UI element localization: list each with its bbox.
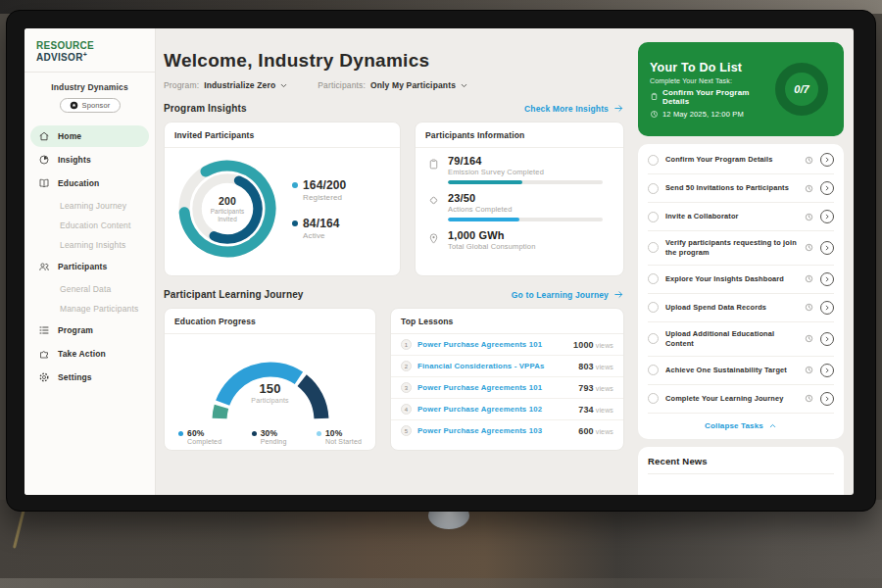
task-open-button[interactable] [820,392,834,406]
task-open-button[interactable] [820,301,834,315]
chevron-down-icon [279,81,288,90]
sidebar: RESOURCE ADVISOR+ Industry Dynamics Spon… [24,28,156,495]
insights-icon [38,154,50,166]
sidebar-item-participants[interactable]: Participants [30,256,149,277]
recent-news-card: Recent News [638,447,844,495]
legend-label: Not Started [325,438,362,445]
task-checkbox[interactable] [648,365,659,375]
task-checkbox[interactable] [648,393,659,404]
lesson-title-link[interactable]: Power Purchase Agreements 101 [417,340,567,349]
legend-dot [178,431,183,436]
education-icon [38,177,50,189]
legend-value: 164/200 [303,178,346,192]
task-label: Upload Spend Data Records [665,303,798,313]
clock-icon [805,394,813,403]
logo-plus: + [83,51,87,58]
pin-icon [427,229,440,251]
sidebar-item-program[interactable]: Program [30,319,149,341]
lesson-rank: 4 [401,404,412,415]
sidebar-item-insights[interactable]: Insights [30,149,149,171]
task-checkbox[interactable] [648,183,659,194]
invited-participants-donut-chart: 200 Participants Invited [172,154,282,264]
lesson-title-link[interactable]: Power Purchase Agreements 102 [417,405,572,414]
legend-percent: 60% [187,428,204,438]
sidebar-item-general-data[interactable]: General Data [30,279,149,298]
sidebar-item-home[interactable]: Home [30,125,149,147]
sidebar-item-learning-insights[interactable]: Learning Insights [30,235,149,254]
stat-progress-bar [448,218,603,221]
program-filter-select[interactable]: Industrialize Zero [204,80,288,90]
lesson-rank: 2 [401,361,412,371]
task-checkbox[interactable] [648,333,659,344]
sidebar-item-education[interactable]: Education [30,172,149,194]
sidebar-item-education-content[interactable]: Education Content [30,216,149,234]
recent-news-title: Recent News [648,456,834,474]
sidebar-item-take-action[interactable]: Take Action [30,343,149,365]
task-checkbox[interactable] [648,302,659,313]
lesson-title-link[interactable]: Financial Considerations - VPPAs [417,362,572,370]
lesson-views-suffix: views [596,364,613,370]
chevron-up-icon [768,421,777,430]
legend-label: Active [303,231,346,240]
task-checkbox[interactable] [648,155,659,166]
task-checkbox[interactable] [648,242,659,253]
task-row-verify-participants-requesting-to-join-the-program: Verify participants requesting to join t… [648,231,834,266]
clock-icon [805,303,813,312]
check-more-insights-label: Check More Insights [524,104,609,114]
education-progress-gauge-chart: 150 Participants [187,338,354,426]
legend-percent: 10% [325,428,342,438]
organization-name: Industry Dynamics [24,82,155,92]
lesson-views: 803 [578,362,593,371]
check-more-insights-link[interactable]: Check More Insights [524,103,624,114]
program-filter-value: Industrialize Zero [204,80,275,90]
sidebar-item-label: Learning Journey [60,201,126,211]
todo-summary-card: Your To Do List Complete Your Next Task:… [638,42,844,136]
sponsor-label: Sponsor [82,101,111,110]
task-open-button[interactable] [820,241,834,255]
sidebar-item-learning-journey[interactable]: Learning Journey [30,196,149,215]
participants-stats: 79/164Emission Survey Completed23/50Acti… [416,148,623,266]
task-open-button[interactable] [820,272,834,286]
legend-label: Pending [261,438,287,445]
clipboard-icon [650,92,659,101]
lesson-title-link[interactable]: Power Purchase Agreements 101 [417,383,572,392]
task-row-achieve-one-sustainability-target: Achieve One Sustainability Target [648,357,834,385]
sidebar-item-manage-participants[interactable]: Manage Participants [30,299,149,318]
clock-icon [805,213,813,221]
participants-filter-select[interactable]: Only My Participants [370,80,468,90]
task-checkbox[interactable] [648,212,659,222]
task-open-button[interactable] [820,332,834,346]
sidebar-item-label: Insights [58,155,91,165]
todo-title: Your To Do List [650,61,771,74]
collapse-tasks-link[interactable]: Collapse Tasks [648,414,834,439]
todo-progress-ring: 0/7 [771,59,832,120]
task-open-button[interactable] [820,364,834,377]
donut-legend-item-registered: 164/200Registered [292,178,346,202]
todo-progress-value: 0/7 [771,59,832,120]
task-row-complete-your-learning-journey: Complete Your Learning Journey [648,385,834,414]
chevron-down-icon [460,81,468,90]
task-row-send-50-invitations-to-participants: Send 50 Invitations to Participants [648,174,834,203]
go-to-learning-journey-link[interactable]: Go to Learning Journey [512,289,624,300]
stat-emission-survey-completed: 79/164Emission Survey Completed [427,155,612,184]
task-row-confirm-your-program-details: Confirm Your Program Details [648,146,834,174]
education-progress-card: Education Progress 150 Participants 60%C… [164,308,376,451]
task-checkbox[interactable] [648,273,659,284]
sidebar-item-settings[interactable]: Settings [30,367,149,388]
task-open-button[interactable] [820,153,834,167]
invited-participants-card: Invited Participants 200 Participants In… [164,122,401,276]
lesson-row: 1Power Purchase Agreements 1011000views [391,334,623,356]
stat-label: Emission Survey Completed [448,168,612,176]
lesson-title-link[interactable]: Power Purchase Agreements 103 [417,426,572,435]
gauge-legend-item-not-started: 10%Not Started [317,428,362,445]
lesson-views-suffix: views [596,407,613,414]
task-open-button[interactable] [820,210,834,223]
legend-dot [292,182,298,188]
program-insights-heading: Program Insights [164,103,247,114]
gauge-segment-not-started [220,407,221,418]
task-label: Complete Your Learning Journey [665,394,798,404]
todo-panel: Your To Do List Complete Your Next Task:… [638,40,844,495]
task-open-button[interactable] [820,181,834,195]
todo-due-date: 12 May 2025, 12:00 PM [662,110,744,119]
background-floor-strip [0,578,882,588]
